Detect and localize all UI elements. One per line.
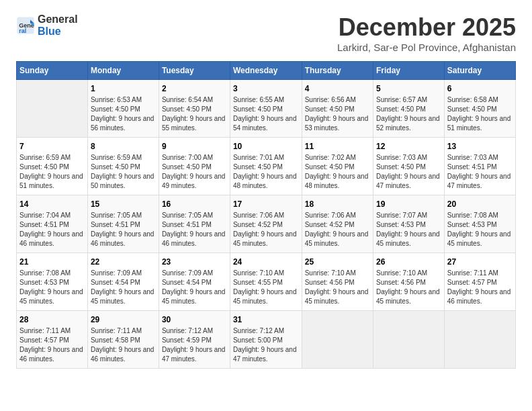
calendar-cell: 19 Sunrise: 7:07 AMSunset: 4:53 PMDaylig…	[373, 195, 445, 253]
day-header-row: SundayMondayTuesdayWednesdayThursdayFrid…	[17, 62, 516, 80]
day-number: 11	[305, 142, 370, 151]
calendar-cell: 2 Sunrise: 6:54 AMSunset: 4:50 PMDayligh…	[159, 80, 230, 138]
day-number: 6	[447, 84, 513, 93]
day-info: Sunrise: 7:02 AMSunset: 4:50 PMDaylight:…	[305, 153, 370, 191]
day-header-monday: Monday	[87, 62, 159, 80]
day-info: Sunrise: 7:04 AMSunset: 4:51 PMDaylight:…	[19, 211, 85, 248]
calendar-table: SundayMondayTuesdayWednesdayThursdayFrid…	[16, 61, 516, 369]
day-number: 1	[91, 84, 156, 93]
day-info: Sunrise: 6:57 AMSunset: 4:50 PMDaylight:…	[376, 95, 441, 133]
day-number: 27	[447, 257, 513, 267]
logo-icon: Gene ral	[16, 16, 35, 35]
logo-blue-text: Blue	[38, 26, 78, 38]
day-number: 17	[233, 199, 299, 209]
day-info: Sunrise: 7:09 AMSunset: 4:54 PMDaylight:…	[162, 269, 227, 306]
page-header: Gene ral General Blue December 2025 Lark…	[16, 13, 516, 53]
calendar-cell: 28 Sunrise: 7:11 AMSunset: 4:57 PMDaylig…	[17, 311, 88, 369]
calendar-cell: 3 Sunrise: 6:55 AMSunset: 4:50 PMDayligh…	[230, 80, 302, 138]
calendar-cell: 24 Sunrise: 7:10 AMSunset: 4:55 PMDaylig…	[230, 253, 302, 311]
day-number: 29	[91, 315, 156, 324]
calendar-cell: 13 Sunrise: 7:03 AMSunset: 4:51 PMDaylig…	[444, 138, 515, 195]
day-info: Sunrise: 7:12 AMSunset: 4:59 PMDaylight:…	[162, 326, 227, 364]
day-number: 23	[162, 257, 227, 267]
svg-text:ral: ral	[19, 28, 26, 34]
subtitle: Larkird, Sar-e Pol Province, Afghanistan	[337, 42, 516, 53]
calendar-cell: 20 Sunrise: 7:08 AMSunset: 4:53 PMDaylig…	[444, 195, 515, 253]
calendar-cell: 4 Sunrise: 6:56 AMSunset: 4:50 PMDayligh…	[302, 80, 373, 138]
day-info: Sunrise: 7:08 AMSunset: 4:53 PMDaylight:…	[19, 269, 85, 306]
day-number: 12	[376, 142, 441, 151]
day-number: 8	[91, 142, 156, 151]
calendar-cell: 6 Sunrise: 6:58 AMSunset: 4:50 PMDayligh…	[444, 80, 515, 138]
day-info: Sunrise: 6:53 AMSunset: 4:50 PMDaylight:…	[91, 95, 156, 133]
day-number: 26	[376, 257, 441, 267]
week-row-4: 21 Sunrise: 7:08 AMSunset: 4:53 PMDaylig…	[17, 253, 516, 311]
week-row-2: 7 Sunrise: 6:59 AMSunset: 4:50 PMDayligh…	[17, 138, 516, 195]
day-number: 4	[305, 84, 370, 93]
calendar-cell: 30 Sunrise: 7:12 AMSunset: 4:59 PMDaylig…	[159, 311, 230, 369]
calendar-cell: 25 Sunrise: 7:10 AMSunset: 4:56 PMDaylig…	[302, 253, 373, 311]
day-info: Sunrise: 7:12 AMSunset: 5:00 PMDaylight:…	[233, 326, 299, 364]
calendar-cell: 10 Sunrise: 7:01 AMSunset: 4:50 PMDaylig…	[230, 138, 302, 195]
day-number: 28	[19, 315, 85, 324]
day-number: 14	[19, 199, 85, 209]
calendar-cell: 14 Sunrise: 7:04 AMSunset: 4:51 PMDaylig…	[17, 195, 88, 253]
day-info: Sunrise: 7:09 AMSunset: 4:54 PMDaylight:…	[91, 269, 156, 306]
day-info: Sunrise: 7:07 AMSunset: 4:53 PMDaylight:…	[376, 211, 441, 248]
day-info: Sunrise: 7:03 AMSunset: 4:50 PMDaylight:…	[376, 153, 441, 191]
day-number: 18	[305, 199, 370, 209]
calendar-cell: 7 Sunrise: 6:59 AMSunset: 4:50 PMDayligh…	[17, 138, 88, 195]
day-number: 13	[447, 142, 513, 151]
day-number: 9	[162, 142, 227, 151]
calendar-cell	[444, 311, 515, 369]
day-number: 22	[91, 257, 156, 267]
day-info: Sunrise: 7:10 AMSunset: 4:56 PMDaylight:…	[305, 269, 370, 306]
calendar-cell: 21 Sunrise: 7:08 AMSunset: 4:53 PMDaylig…	[17, 253, 88, 311]
logo-general-text: General	[38, 13, 78, 26]
calendar-cell: 5 Sunrise: 6:57 AMSunset: 4:50 PMDayligh…	[373, 80, 445, 138]
calendar-cell: 1 Sunrise: 6:53 AMSunset: 4:50 PMDayligh…	[87, 80, 159, 138]
day-number: 15	[91, 199, 156, 209]
logo: Gene ral General Blue	[16, 13, 78, 37]
calendar-cell	[373, 311, 445, 369]
calendar-cell: 31 Sunrise: 7:12 AMSunset: 5:00 PMDaylig…	[230, 311, 302, 369]
day-info: Sunrise: 7:05 AMSunset: 4:51 PMDaylight:…	[162, 211, 227, 248]
day-info: Sunrise: 7:11 AMSunset: 4:57 PMDaylight:…	[19, 326, 85, 364]
week-row-5: 28 Sunrise: 7:11 AMSunset: 4:57 PMDaylig…	[17, 311, 516, 369]
day-info: Sunrise: 7:00 AMSunset: 4:50 PMDaylight:…	[162, 153, 227, 191]
title-section: December 2025 Larkird, Sar-e Pol Provinc…	[337, 13, 516, 53]
day-number: 3	[233, 84, 299, 93]
day-header-thursday: Thursday	[302, 62, 373, 80]
day-number: 5	[376, 84, 441, 93]
day-header-wednesday: Wednesday	[230, 62, 302, 80]
day-info: Sunrise: 6:56 AMSunset: 4:50 PMDaylight:…	[305, 95, 370, 133]
day-info: Sunrise: 6:55 AMSunset: 4:50 PMDaylight:…	[233, 95, 299, 133]
calendar-cell: 16 Sunrise: 7:05 AMSunset: 4:51 PMDaylig…	[159, 195, 230, 253]
calendar-cell: 11 Sunrise: 7:02 AMSunset: 4:50 PMDaylig…	[302, 138, 373, 195]
main-title: December 2025	[337, 13, 516, 42]
day-number: 10	[233, 142, 299, 151]
day-info: Sunrise: 6:59 AMSunset: 4:50 PMDaylight:…	[19, 153, 85, 191]
calendar-cell: 9 Sunrise: 7:00 AMSunset: 4:50 PMDayligh…	[159, 138, 230, 195]
day-header-tuesday: Tuesday	[159, 62, 230, 80]
day-number: 31	[233, 315, 299, 324]
day-number: 16	[162, 199, 227, 209]
calendar-cell: 17 Sunrise: 7:06 AMSunset: 4:52 PMDaylig…	[230, 195, 302, 253]
day-info: Sunrise: 7:10 AMSunset: 4:56 PMDaylight:…	[376, 269, 441, 306]
day-info: Sunrise: 7:03 AMSunset: 4:51 PMDaylight:…	[447, 153, 513, 191]
day-number: 7	[19, 142, 85, 151]
day-info: Sunrise: 7:11 AMSunset: 4:57 PMDaylight:…	[447, 269, 513, 306]
calendar-cell: 26 Sunrise: 7:10 AMSunset: 4:56 PMDaylig…	[373, 253, 445, 311]
calendar-cell: 12 Sunrise: 7:03 AMSunset: 4:50 PMDaylig…	[373, 138, 445, 195]
day-number: 25	[305, 257, 370, 267]
day-number: 2	[162, 84, 227, 93]
day-info: Sunrise: 7:01 AMSunset: 4:50 PMDaylight:…	[233, 153, 299, 191]
day-number: 30	[162, 315, 227, 324]
calendar-cell: 23 Sunrise: 7:09 AMSunset: 4:54 PMDaylig…	[159, 253, 230, 311]
week-row-3: 14 Sunrise: 7:04 AMSunset: 4:51 PMDaylig…	[17, 195, 516, 253]
day-info: Sunrise: 6:59 AMSunset: 4:50 PMDaylight:…	[91, 153, 156, 191]
day-header-sunday: Sunday	[17, 62, 88, 80]
day-info: Sunrise: 6:54 AMSunset: 4:50 PMDaylight:…	[162, 95, 227, 133]
week-row-1: 1 Sunrise: 6:53 AMSunset: 4:50 PMDayligh…	[17, 80, 516, 138]
day-header-saturday: Saturday	[444, 62, 515, 80]
